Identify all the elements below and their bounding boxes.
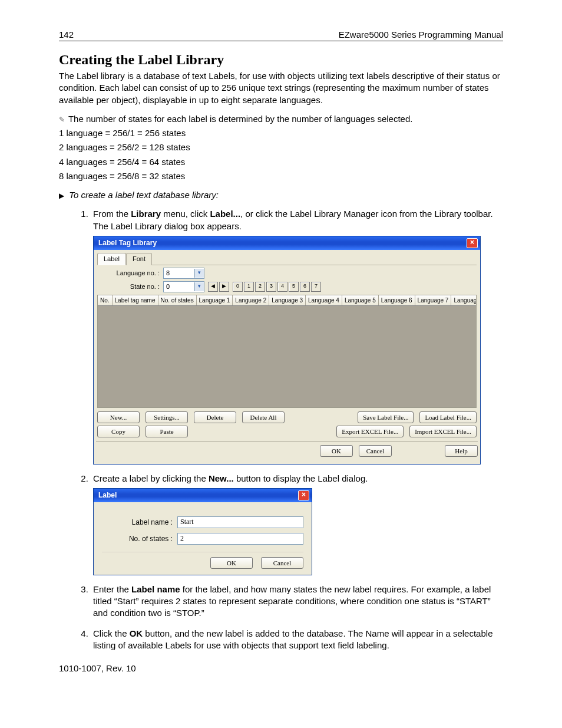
arrow-icon: ▶ bbox=[59, 192, 64, 200]
state-no-select[interactable]: 0 ▾ bbox=[163, 281, 204, 292]
label-name-label: Label name : bbox=[102, 518, 173, 527]
state-4-button[interactable]: 4 bbox=[277, 282, 287, 292]
cancel-button[interactable]: Cancel bbox=[359, 445, 392, 457]
copy-button[interactable]: Copy bbox=[97, 426, 140, 437]
cancel-button[interactable]: Cancel bbox=[261, 557, 303, 569]
prev-state-button[interactable]: ◀ bbox=[208, 282, 218, 292]
procedure-title: To create a label text database library: bbox=[69, 190, 219, 200]
language-no-select[interactable]: 8 ▾ bbox=[163, 268, 204, 279]
step-3: Enter the Label name for the label, and … bbox=[91, 584, 503, 620]
dialog-title: Label Tag Library bbox=[98, 238, 157, 248]
export-excel-button[interactable]: Export EXCEL File... bbox=[336, 426, 404, 437]
note-line-1: 1 language = 256/1 = 256 states bbox=[59, 127, 503, 139]
state-7-button[interactable]: 7 bbox=[311, 282, 321, 292]
state-5-button[interactable]: 5 bbox=[289, 282, 299, 292]
tab-font[interactable]: Font bbox=[126, 253, 152, 265]
doc-footer: 1010-1007, Rev. 10 bbox=[59, 663, 503, 673]
note-icon: ✎ bbox=[59, 116, 65, 124]
help-button[interactable]: Help bbox=[445, 445, 478, 457]
note-line-2: 2 languages = 256/2 = 128 states bbox=[59, 141, 503, 153]
step-2: Create a label by clicking the New... bu… bbox=[91, 473, 503, 575]
delete-button[interactable]: Delete bbox=[194, 411, 236, 423]
col-no[interactable]: No. bbox=[98, 295, 113, 306]
tab-label[interactable]: Label bbox=[97, 253, 126, 265]
language-no-label: Language no. : bbox=[108, 269, 160, 278]
col-lang6[interactable]: Language 6 bbox=[379, 295, 415, 306]
label-name-input[interactable] bbox=[177, 516, 303, 528]
import-excel-button[interactable]: Import EXCEL File... bbox=[409, 426, 477, 437]
note-line-3: 4 languages = 256/4 = 64 states bbox=[59, 156, 503, 168]
state-1-button[interactable]: 1 bbox=[244, 282, 254, 292]
chevron-down-icon[interactable]: ▾ bbox=[194, 269, 204, 278]
step-1: From the Library menu, click Label..., o… bbox=[91, 208, 503, 464]
col-tagname[interactable]: Label tag name bbox=[113, 295, 158, 306]
header-rule bbox=[59, 41, 503, 41]
no-of-states-label: No. of states : bbox=[102, 534, 173, 543]
settings-button[interactable]: Settings... bbox=[146, 411, 188, 423]
section-heading: Creating the Label Library bbox=[59, 52, 503, 68]
state-no-label: State no. : bbox=[108, 282, 160, 291]
ok-button[interactable]: OK bbox=[320, 445, 353, 457]
label-grid[interactable]: No. Label tag name No. of states Languag… bbox=[97, 295, 477, 408]
state-2-button[interactable]: 2 bbox=[255, 282, 265, 292]
col-lang8[interactable]: Language 8 bbox=[451, 295, 477, 306]
note-line-4: 8 languages = 256/8 = 32 states bbox=[59, 170, 503, 182]
page-number: 142 bbox=[59, 29, 74, 39]
state-6-button[interactable]: 6 bbox=[300, 282, 310, 292]
paste-button[interactable]: Paste bbox=[146, 426, 188, 437]
col-lang4[interactable]: Language 4 bbox=[306, 295, 342, 306]
no-of-states-input[interactable] bbox=[177, 533, 303, 545]
manual-title: EZware5000 Series Programming Manual bbox=[339, 29, 503, 39]
state-0-button[interactable]: 0 bbox=[233, 282, 243, 292]
load-label-file-button[interactable]: Load Label File... bbox=[419, 411, 477, 423]
col-lang5[interactable]: Language 5 bbox=[342, 295, 379, 306]
delete-all-button[interactable]: Delete All bbox=[242, 411, 285, 423]
new-button[interactable]: New... bbox=[97, 411, 140, 423]
label-tag-library-dialog: Label Tag Library × Label Font Language … bbox=[93, 236, 481, 465]
next-state-button[interactable]: ▶ bbox=[219, 282, 229, 292]
intro-paragraph: The Label library is a database of text … bbox=[59, 70, 503, 106]
col-nostates[interactable]: No. of states bbox=[158, 295, 197, 306]
chevron-down-icon[interactable]: ▾ bbox=[194, 282, 204, 291]
close-icon[interactable]: × bbox=[298, 490, 309, 500]
label-dialog-title: Label bbox=[98, 490, 117, 500]
ok-button[interactable]: OK bbox=[210, 557, 253, 569]
label-dialog: Label × Label name : No. of states : OK … bbox=[93, 488, 312, 575]
col-lang2[interactable]: Language 2 bbox=[233, 295, 269, 306]
col-lang7[interactable]: Language 7 bbox=[415, 295, 452, 306]
note-lead: The number of states for each label is d… bbox=[68, 114, 413, 124]
save-label-file-button[interactable]: Save Label File... bbox=[358, 411, 414, 423]
col-lang3[interactable]: Language 3 bbox=[269, 295, 306, 306]
col-lang1[interactable]: Language 1 bbox=[197, 295, 233, 306]
close-icon[interactable]: × bbox=[467, 238, 478, 248]
step-4: Click the OK button, and the new label i… bbox=[91, 628, 503, 652]
state-3-button[interactable]: 3 bbox=[266, 282, 276, 292]
